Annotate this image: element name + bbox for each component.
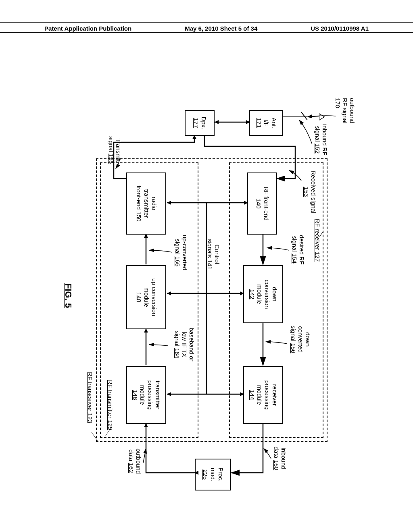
dpx-box: Dpx. 177 <box>185 110 215 136</box>
ucm-num: 148 <box>135 292 142 302</box>
proc-line1: Proc. <box>217 468 224 482</box>
header-right: US 2010/0110998 A1 <box>311 25 369 32</box>
tpm-num: 146 <box>131 390 139 400</box>
header-rule: Patent Application Publication May 6, 20… <box>0 22 413 32</box>
diagram-rotated: Ant. I/F 171 Dpx. 177 RF front-end 140 d… <box>49 98 364 446</box>
ucm-line1: up conversion <box>150 278 158 316</box>
dcm-line3: module <box>256 284 263 304</box>
ant-if-box: Ant. I/F 171 <box>249 110 283 136</box>
svg-marker-3 <box>215 120 219 124</box>
receiver-processing-box: receiver processing module 144 <box>243 366 283 424</box>
tpm-line2: processing <box>146 380 154 410</box>
baseband-label: baseband or low IF TX signal 164 <box>173 328 195 361</box>
transmit-signal-label: Transmit signal 155 <box>107 136 122 164</box>
rf-transceiver-label: RF transceiver 123 <box>86 372 94 423</box>
desired-rf-label: desired RF signal 154 <box>291 235 305 264</box>
header-center: May 6, 2010 Sheet 5 of 34 <box>185 25 257 32</box>
radio-tx-fe-box: radio transmitter front-end 150 <box>126 172 166 235</box>
up-conversion-box: up conversion module 148 <box>126 265 166 329</box>
rtfe-line3: front-end <box>136 185 142 210</box>
rf-front-end-box: RF front-end 140 <box>247 172 277 235</box>
header-row: Patent Application Publication May 6, 20… <box>0 25 413 32</box>
header-left: Patent Application Publication <box>44 25 131 32</box>
rtfe-line1: radio <box>150 197 158 210</box>
ant-if-num: 171 <box>255 118 263 128</box>
proc-mod-box: Proc. mod. 225 <box>195 459 231 490</box>
tpm-line3: module <box>139 385 146 405</box>
received-signal-label: Received signal 153 <box>302 170 317 213</box>
rpm-line1: receiver <box>271 384 278 405</box>
down-converted-label: down converted signal 156 <box>290 326 311 353</box>
inbound-data-label: inbound data 160 <box>273 447 287 470</box>
antenna-icon <box>319 113 325 121</box>
inbound-rf-signal-label: inbound RF signal 152 <box>314 124 328 156</box>
rf-fe-line1: RF front-end <box>262 187 270 220</box>
ant-if-line1: Ant. <box>270 118 277 129</box>
header-rule-2 <box>0 32 413 33</box>
dcm-line1: down <box>271 287 278 301</box>
ucm-line2: module <box>142 287 150 307</box>
page: Patent Application Publication May 6, 20… <box>0 0 413 532</box>
rf-receiver-label: RF receiver 127 <box>314 219 321 262</box>
svg-line-26 <box>301 112 307 120</box>
transmitter-processing-box: transmitter processing module 146 <box>126 366 166 424</box>
figure-area: Ant. I/F 171 Dpx. 177 RF front-end 140 d… <box>32 60 381 484</box>
dpx-num: 177 <box>192 118 200 128</box>
dcm-num: 142 <box>248 289 256 299</box>
proc-line2: mod. <box>209 468 217 481</box>
tpm-line1: transmitter <box>154 381 161 409</box>
dpx-line1: Dpx. <box>200 117 207 129</box>
outbound-rf-signal-label: outbound RF signal 170 <box>334 98 356 123</box>
rf-fe-num: 140 <box>254 198 262 208</box>
upconverted-label: up-converted signal 166 <box>174 235 188 270</box>
rpm-num: 144 <box>248 390 256 400</box>
rtfe-num: 150 <box>136 212 142 222</box>
dcm-line2: conversion <box>263 280 271 309</box>
rpm-line3: module <box>256 385 263 405</box>
down-conversion-box: down conversion module 142 <box>243 265 283 323</box>
rf-transmitter-label: RF transmitter 129 <box>106 380 114 430</box>
proc-num: 225 <box>201 470 209 480</box>
control-signals-label: Control signals 141 <box>206 239 221 270</box>
rpm-line2: processing <box>263 380 271 410</box>
figure-title: FIG. 5 <box>63 283 73 308</box>
ant-if-line2: I/F <box>263 119 270 127</box>
rtfe-line2: transmitter <box>142 189 150 218</box>
outbound-data-label: outbound data 162 <box>127 449 142 474</box>
